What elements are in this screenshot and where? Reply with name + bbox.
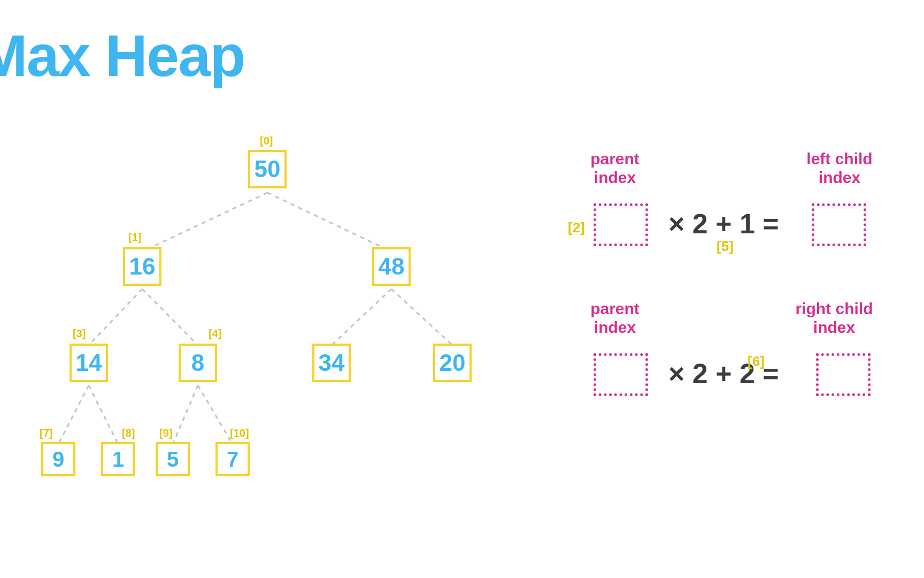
parent-index-tag: [2] bbox=[568, 219, 585, 236]
svg-line-7 bbox=[89, 385, 118, 444]
svg-line-8 bbox=[173, 385, 198, 444]
left-child-label: left child index bbox=[791, 150, 888, 187]
node-value: 20 bbox=[440, 349, 466, 376]
node-value: 48 bbox=[379, 253, 405, 280]
tree-edges bbox=[0, 0, 535, 482]
node-value: 9 bbox=[52, 447, 64, 471]
heap-node: 48 bbox=[372, 247, 411, 286]
parent-index-box bbox=[594, 353, 648, 396]
node-value: 8 bbox=[191, 349, 204, 376]
svg-line-3 bbox=[142, 289, 198, 345]
node-value: 34 bbox=[319, 349, 345, 376]
parent-index-label: parent index bbox=[567, 150, 663, 187]
child-index-box bbox=[812, 203, 866, 246]
node-index: [9] bbox=[159, 427, 172, 439]
right-child-label: right child index bbox=[786, 300, 882, 337]
result-index-tag: [5] bbox=[717, 238, 734, 255]
node-index: [0] bbox=[260, 135, 273, 147]
heap-node: 14 bbox=[70, 344, 108, 382]
node-index: [10] bbox=[230, 427, 249, 439]
node-index: [4] bbox=[209, 328, 221, 340]
node-index: [8] bbox=[122, 427, 135, 439]
heap-node: 34 bbox=[312, 344, 351, 382]
heap-node: 20 bbox=[433, 344, 472, 382]
heap-node: 16 bbox=[123, 247, 161, 286]
heap-node: 5 bbox=[156, 442, 190, 476]
svg-line-6 bbox=[58, 385, 89, 444]
svg-line-2 bbox=[89, 289, 142, 345]
child-index-box bbox=[816, 353, 871, 396]
node-index: [1] bbox=[128, 231, 141, 244]
node-value: 7 bbox=[227, 447, 238, 471]
heap-node: 9 bbox=[41, 442, 75, 476]
svg-line-4 bbox=[332, 289, 391, 345]
svg-line-0 bbox=[142, 193, 267, 252]
heap-node: 7 bbox=[215, 442, 250, 476]
parent-index-label: parent index bbox=[567, 300, 663, 337]
node-value: 50 bbox=[255, 156, 281, 182]
result-index-tag: [6] bbox=[748, 353, 765, 370]
node-value: 14 bbox=[76, 349, 102, 376]
svg-line-5 bbox=[391, 289, 452, 345]
node-value: 16 bbox=[129, 253, 156, 280]
node-value: 1 bbox=[112, 447, 124, 471]
heap-node: 1 bbox=[101, 442, 135, 476]
node-index: [7] bbox=[40, 427, 52, 439]
formula-text: × 2 + 1 = bbox=[668, 208, 779, 240]
heap-node: 8 bbox=[179, 344, 217, 382]
svg-line-1 bbox=[267, 193, 391, 252]
node-value: 5 bbox=[167, 447, 179, 471]
node-index: [3] bbox=[73, 328, 86, 340]
parent-index-box bbox=[594, 203, 648, 246]
heap-node: 50 bbox=[248, 150, 287, 188]
svg-line-9 bbox=[198, 385, 233, 444]
